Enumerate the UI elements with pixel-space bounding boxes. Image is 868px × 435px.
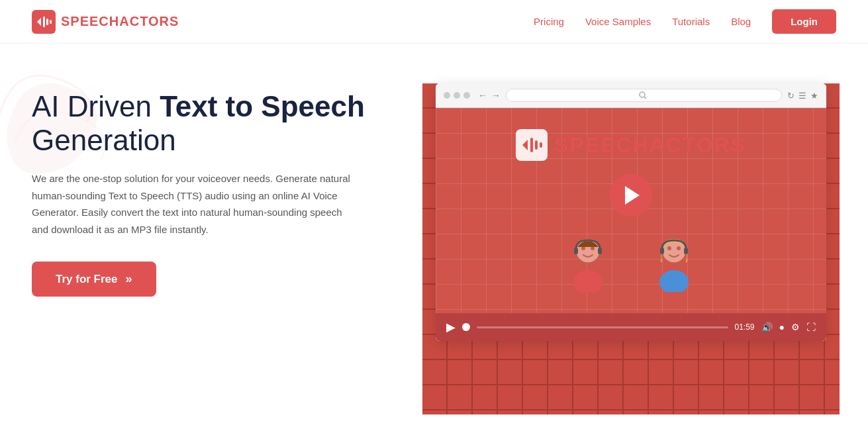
svg-rect-19 <box>574 248 578 254</box>
browser-bookmark-icon: ☰ <box>798 91 806 101</box>
video-logo: SPEECHACTORS <box>516 129 746 161</box>
volume-dot-icon: ● <box>779 322 785 332</box>
video-logo-icon <box>516 129 548 161</box>
video-time: 01:59 <box>735 322 755 332</box>
svg-point-22 <box>659 270 689 292</box>
video-container: ← → ↻ ☰ ★ <box>422 83 840 358</box>
browser-action-buttons: ↻ ☰ ★ <box>787 91 818 101</box>
window-min-dot <box>454 92 460 99</box>
video-progress-dot <box>462 323 470 331</box>
browser-window-controls <box>444 92 470 99</box>
video-play-icon[interactable]: ▶ <box>446 320 456 334</box>
browser-back-button[interactable]: ← <box>478 90 487 101</box>
svg-rect-14 <box>540 142 542 148</box>
character-male <box>558 232 618 292</box>
browser-forward-button[interactable]: → <box>491 90 501 101</box>
try-for-free-button[interactable]: Try for Free » <box>32 262 156 297</box>
svg-rect-20 <box>598 248 602 254</box>
svg-rect-3 <box>50 20 52 24</box>
browser-refresh-icon: ↻ <box>787 91 795 101</box>
svg-rect-12 <box>530 138 533 152</box>
video-controls-bar: ▶ 01:59 🔊 ● ⚙ ⛶ <box>436 313 826 341</box>
hero-title-normal: AI Driven <box>32 90 160 122</box>
nav-pricing[interactable]: Pricing <box>534 16 564 27</box>
window-max-dot <box>463 92 470 99</box>
browser-address-bar[interactable] <box>506 89 782 102</box>
video-inner: SPEECHACTORS <box>436 108 826 313</box>
video-control-icons: 🔊 ● ⚙ ⛶ <box>761 322 816 332</box>
settings-icon[interactable]: ⚙ <box>791 322 800 332</box>
logo-text: SPEECHACTORS <box>61 14 179 29</box>
nav-blog[interactable]: Blog <box>731 16 751 27</box>
character-female <box>644 232 704 292</box>
svg-point-9 <box>640 92 645 97</box>
header: SPEECHACTORS Pricing Voice Samples Tutor… <box>0 0 868 44</box>
play-triangle-icon <box>625 186 640 205</box>
hero-title-line2: Generation <box>32 124 176 156</box>
svg-line-10 <box>644 97 646 99</box>
video-player: SPEECHACTORS <box>436 108 826 341</box>
hero-left: AI Driven Text to Speech Generation We a… <box>32 70 383 297</box>
browser-titlebar: ← → ↻ ☰ ★ <box>436 83 826 108</box>
fullscreen-icon[interactable]: ⛶ <box>806 322 816 332</box>
browser-window: ← → ↻ ☰ ★ <box>436 83 826 341</box>
svg-point-23 <box>667 246 671 250</box>
video-play-button[interactable] <box>610 174 652 217</box>
video-characters <box>558 232 704 292</box>
login-button[interactable]: Login <box>772 9 836 34</box>
nav-voice-samples[interactable]: Voice Samples <box>585 16 651 27</box>
window-close-dot <box>444 92 450 99</box>
video-progress-bar[interactable] <box>477 326 728 328</box>
browser-star-icon: ★ <box>810 91 818 101</box>
browser-nav-buttons: ← → <box>478 90 501 101</box>
hero-right: ← → ↻ ☰ ★ <box>383 70 840 358</box>
svg-rect-1 <box>43 17 45 27</box>
hero-title-bold: Text to Speech <box>160 90 365 122</box>
try-btn-label: Try for Free <box>56 273 118 286</box>
main-content: AI Driven Text to Speech Generation We a… <box>0 44 868 434</box>
logo-icon <box>32 10 56 34</box>
svg-rect-13 <box>535 140 538 150</box>
hero-title: AI Driven Text to Speech Generation <box>32 90 383 157</box>
svg-point-16 <box>573 270 603 292</box>
svg-rect-25 <box>660 248 664 254</box>
try-btn-arrow: » <box>126 272 132 286</box>
main-nav: Pricing Voice Samples Tutorials Blog Log… <box>534 9 836 34</box>
video-logo-text: SPEECHACTORS <box>554 133 746 158</box>
svg-rect-2 <box>46 19 48 25</box>
logo: SPEECHACTORS <box>32 10 179 34</box>
svg-rect-26 <box>684 248 688 254</box>
hero-description: We are the one-stop solution for your vo… <box>32 170 356 238</box>
volume-icon[interactable]: 🔊 <box>761 322 773 332</box>
nav-tutorials[interactable]: Tutorials <box>672 16 710 27</box>
svg-point-24 <box>677 246 681 250</box>
